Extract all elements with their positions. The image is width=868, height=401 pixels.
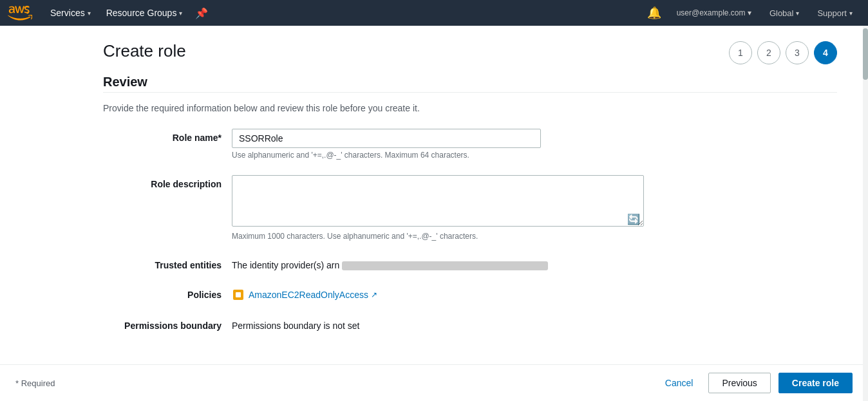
- page-header: Create role 1 2 3 4: [103, 41, 837, 64]
- policies-label: Policies: [103, 286, 232, 300]
- previous-button[interactable]: Previous: [708, 373, 770, 393]
- role-name-hint: Use alphanumeric and '+=,.@-_' character…: [232, 151, 644, 160]
- aws-logo[interactable]: [8, 4, 32, 22]
- top-navigation: Services ▾ Resource Groups ▾ 📌 🔔 user@ex…: [0, 0, 868, 26]
- trusted-entities-row: Trusted entities The identity provider(s…: [103, 256, 837, 270]
- services-chevron-icon: ▾: [88, 10, 91, 17]
- required-note: * Required: [15, 378, 55, 388]
- step-2: 2: [757, 41, 780, 64]
- external-link-icon: ↗: [371, 290, 377, 299]
- services-menu[interactable]: Services ▾: [42, 0, 99, 26]
- global-menu[interactable]: Global ▾: [762, 0, 807, 26]
- content-area: Create role 1 2 3 4 Review Provide the r…: [0, 26, 868, 364]
- section-title: Review: [103, 75, 837, 89]
- cancel-button[interactable]: Cancel: [657, 373, 701, 393]
- svg-rect-1: [236, 292, 241, 297]
- services-label: Services: [50, 8, 85, 18]
- topnav-right-section: 🔔 user@example.com ▾ Global ▾ Support ▾: [642, 0, 860, 26]
- main-container: Create role 1 2 3 4 Review Provide the r…: [0, 26, 868, 401]
- support-menu[interactable]: Support ▾: [809, 0, 860, 26]
- global-label: Global: [769, 8, 794, 18]
- role-description-control: 🔄 Maximum 1000 characters. Use alphanume…: [232, 175, 644, 241]
- create-role-button[interactable]: Create role: [778, 373, 853, 393]
- scrollbar-thumb[interactable]: [863, 28, 868, 80]
- footer-bar: * Required Cancel Previous Create role: [0, 364, 868, 401]
- role-description-hint: Maximum 1000 characters. Use alphanumeri…: [232, 232, 644, 241]
- step-4: 4: [814, 41, 837, 64]
- pin-icon[interactable]: 📌: [190, 7, 213, 19]
- policies-row: Policies AmazonEC2ReadOnlyAccess ↗: [103, 286, 837, 301]
- policy-link[interactable]: AmazonEC2ReadOnlyAccess: [249, 290, 368, 300]
- trusted-entities-blurred: [342, 261, 548, 270]
- role-description-textarea[interactable]: [232, 175, 644, 227]
- role-name-label: Role name*: [103, 129, 232, 143]
- trusted-entities-value: The identity provider(s) arn: [232, 256, 644, 270]
- steps-indicator: 1 2 3 4: [729, 41, 837, 64]
- permissions-boundary-value: Permissions boundary is not set: [232, 317, 644, 331]
- support-label: Support: [817, 8, 847, 18]
- role-description-label: Role description: [103, 175, 232, 189]
- section-description: Provide the required information below a…: [103, 103, 837, 113]
- user-menu[interactable]: user@example.com ▾: [669, 0, 759, 26]
- trusted-entities-text: The identity provider(s) arn: [232, 260, 339, 270]
- resource-groups-label: Resource Groups: [106, 8, 177, 18]
- permissions-boundary-row: Permissions boundary Permissions boundar…: [103, 317, 837, 331]
- step-3: 3: [786, 41, 809, 64]
- resource-groups-menu[interactable]: Resource Groups ▾: [99, 0, 191, 26]
- scrollbar-track[interactable]: [863, 26, 868, 401]
- policies-value: AmazonEC2ReadOnlyAccess ↗: [232, 286, 644, 301]
- support-chevron-icon: ▾: [849, 10, 853, 17]
- role-description-row: Role description 🔄 Maximum 1000 characte…: [103, 175, 837, 241]
- section-divider: [103, 92, 837, 93]
- policy-box-icon: [232, 288, 245, 301]
- textarea-wrapper: 🔄: [232, 175, 644, 229]
- permissions-boundary-label: Permissions boundary: [103, 317, 232, 331]
- role-name-input[interactable]: [232, 129, 541, 148]
- step-1: 1: [729, 41, 752, 64]
- role-name-row: Role name* Use alphanumeric and '+=,.@-_…: [103, 129, 837, 160]
- page-title: Create role: [103, 41, 186, 61]
- spellcheck-icon: 🔄: [627, 213, 640, 225]
- notifications-bell-icon[interactable]: 🔔: [642, 6, 666, 20]
- user-email: user@example.com ▾: [677, 8, 751, 17]
- footer-actions: Cancel Previous Create role: [657, 373, 853, 393]
- global-chevron-icon: ▾: [796, 10, 799, 17]
- resource-groups-chevron-icon: ▾: [179, 10, 182, 17]
- role-name-control: Use alphanumeric and '+=,.@-_' character…: [232, 129, 644, 160]
- trusted-entities-label: Trusted entities: [103, 256, 232, 270]
